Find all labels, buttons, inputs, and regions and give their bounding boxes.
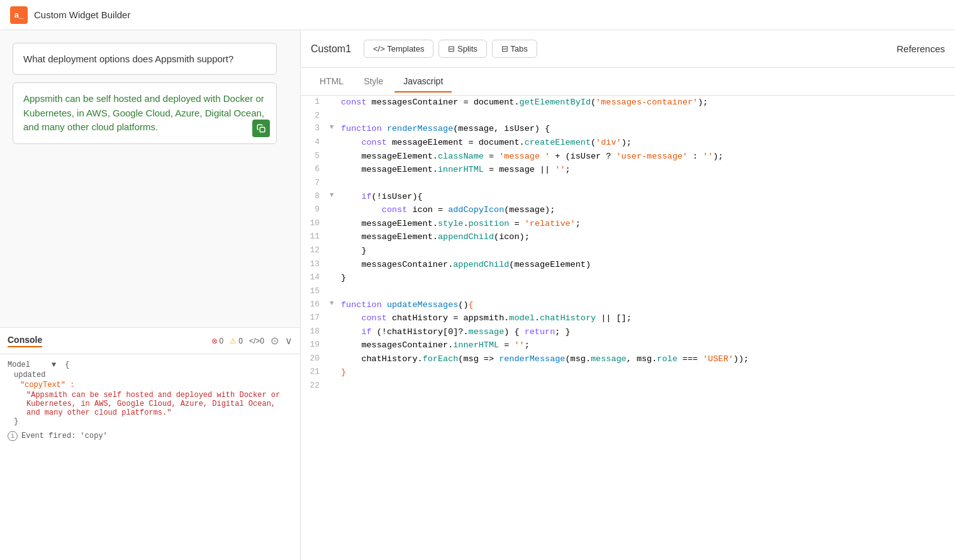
- code-line: 15: [301, 285, 955, 298]
- code-line: 1const messagesContainer = document.getE…: [301, 96, 955, 109]
- console-title: Console: [8, 335, 42, 347]
- svg-rect-0: [260, 127, 265, 132]
- console-updated-line: updated: [14, 371, 293, 379]
- main-layout: What deployment options does Appsmith su…: [0, 30, 955, 560]
- code-line: 17 const chatHistory = appsmith.model.ch…: [301, 311, 955, 325]
- tabs-button[interactable]: ⊟ Tabs: [492, 40, 537, 58]
- code-line: 19 messagesContainer.innerHTML = '';: [301, 339, 955, 352]
- code-line: 11 messageElement.appendChild(icon);: [301, 230, 955, 244]
- code-line: 9 const icon = addCopyIcon(message);: [301, 203, 955, 217]
- code-line: 14}: [301, 271, 955, 285]
- code-area: 1const messagesContainer = document.getE…: [301, 96, 955, 560]
- console-badges: ⊗ 0 ⚠ 0 </>0 ⊙ ∨: [211, 335, 293, 347]
- info-icon: i: [8, 431, 18, 441]
- console-body: Model ▼ { updated "copyText" : "Appsmith…: [0, 354, 300, 560]
- console-panel: Console ⊗ 0 ⚠ 0 </>0 ⊙ ∨ Mo: [0, 327, 300, 560]
- code-line: 10 messageElement.style.position = 'rela…: [301, 217, 955, 231]
- code-line: 18 if (!chatHistory[0]?.message) { retur…: [301, 325, 955, 339]
- code-line: 7: [301, 177, 955, 190]
- code-lines-container: 1const messagesContainer = document.getE…: [301, 96, 955, 393]
- chat-question: What deployment options does Appsmith su…: [13, 43, 277, 75]
- console-event: i Event fired: 'copy': [8, 431, 293, 441]
- console-model-block: updated "copyText" : "Appsmith can be se…: [14, 371, 293, 426]
- code-line: 21}: [301, 366, 955, 379]
- code-line: 4 const messageElement = document.create…: [301, 136, 955, 150]
- tab-html[interactable]: HTML: [311, 71, 352, 92]
- app-logo: a_: [10, 6, 28, 24]
- right-panel: Custom1 </> Templates ⊟ Splits ⊟ Tabs Re…: [301, 30, 955, 560]
- editor-widget-name: Custom1: [311, 43, 351, 55]
- editor-topbar: Custom1 </> Templates ⊟ Splits ⊟ Tabs Re…: [301, 30, 955, 68]
- code-line: 2: [301, 109, 955, 123]
- console-clock-icon[interactable]: ⊙: [271, 335, 279, 347]
- code-line: 3▼function renderMessage(message, isUser…: [301, 122, 955, 136]
- error-badge: ⊗ 0: [211, 337, 224, 345]
- editor-tabs: HTML Style Javascript: [301, 68, 955, 96]
- console-header: Console ⊗ 0 ⚠ 0 </>0 ⊙ ∨: [0, 328, 300, 354]
- code-line: 22: [301, 379, 955, 393]
- widget-area: What deployment options does Appsmith su…: [0, 30, 300, 327]
- console-copy-block: "copyText" : "Appsmith can be self hoste…: [20, 381, 293, 417]
- copy-icon-badge: [252, 120, 270, 137]
- code-line: 8▼ if(!isUser){: [301, 190, 955, 204]
- chat-answer: Appsmith can be self hosted and deployed…: [13, 82, 277, 144]
- code-line: 16▼function updateMessages(){: [301, 298, 955, 312]
- tab-javascript[interactable]: Javascript: [394, 71, 452, 92]
- console-expand-icon[interactable]: ∨: [285, 335, 293, 347]
- code-line: 5 messageElement.className = 'message ' …: [301, 150, 955, 164]
- code-line: 6 messageElement.innerHTML = message || …: [301, 163, 955, 177]
- console-close-brace: }: [14, 417, 293, 426]
- code-line: 13 messagesContainer.appendChild(message…: [301, 258, 955, 272]
- chat-answer-text: Appsmith can be self hosted and deployed…: [23, 93, 264, 132]
- top-bar: a_ Custom Widget Builder: [0, 0, 955, 30]
- left-panel: What deployment options does Appsmith su…: [0, 30, 301, 560]
- app-title: Custom Widget Builder: [34, 9, 130, 20]
- warning-badge: ⚠ 0: [230, 337, 243, 345]
- code-badge: </>0: [249, 337, 264, 345]
- tab-style[interactable]: Style: [355, 71, 392, 92]
- templates-button[interactable]: </> Templates: [364, 40, 433, 58]
- splits-button[interactable]: ⊟ Splits: [438, 40, 486, 58]
- references-label: References: [896, 43, 945, 54]
- code-line: 12 }: [301, 244, 955, 258]
- console-model-line: Model ▼ {: [8, 361, 293, 369]
- code-line: 20 chatHistory.forEach(msg => renderMess…: [301, 352, 955, 366]
